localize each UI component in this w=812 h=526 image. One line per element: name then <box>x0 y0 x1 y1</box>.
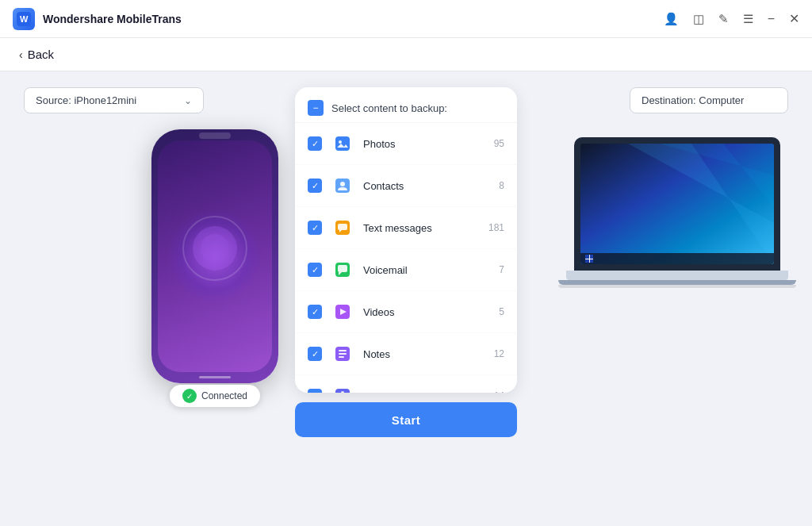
svg-rect-11 <box>338 224 347 230</box>
item-icon <box>330 215 355 240</box>
phone-screen-graphic <box>175 209 255 288</box>
svg-point-6 <box>339 140 342 144</box>
center-panel: − Select content to backup: ✓Photos95✓Co… <box>295 87 517 437</box>
item-label: Photos <box>363 138 486 150</box>
item-count: 181 <box>488 222 504 233</box>
svg-rect-5 <box>335 136 350 151</box>
item-icon <box>330 299 355 324</box>
item-label: Text messages <box>363 222 481 234</box>
item-checkbox[interactable]: ✓ <box>308 347 322 361</box>
content-card: − Select content to backup: ✓Photos95✓Co… <box>295 87 517 393</box>
phone-screen <box>158 140 272 372</box>
item-icon <box>330 341 355 367</box>
main-content: Source: iPhone12mini ⌄ ✓ Co <box>0 71 812 521</box>
back-chevron-icon: ‹ <box>19 48 23 61</box>
destination-label: Destination: Computer <box>630 87 788 113</box>
list-item[interactable]: ✓Videos5 <box>295 291 517 333</box>
svg-point-9 <box>340 182 345 186</box>
item-count: 14 <box>494 390 504 393</box>
connected-badge: ✓ Connected <box>170 385 260 407</box>
svg-rect-21 <box>339 356 344 358</box>
close-icon[interactable]: ✕ <box>789 11 799 26</box>
laptop-shadow <box>558 285 796 288</box>
item-label: Contacts <box>363 180 491 192</box>
app-title: Wondershare MobileTrans <box>43 13 182 25</box>
phone-home-indicator <box>199 376 231 378</box>
start-button[interactable]: Start <box>295 402 517 437</box>
laptop-wallpaper <box>580 144 774 264</box>
item-icon <box>330 257 355 282</box>
list-item[interactable]: ✓Text messages181 <box>295 207 517 249</box>
item-checkbox[interactable]: ✓ <box>308 179 322 193</box>
item-checkbox[interactable]: ✓ <box>308 305 322 319</box>
item-label: Voice Memos <box>363 390 486 394</box>
source-dropdown-label: Source: iPhone12mini <box>36 94 136 106</box>
menu-icon[interactable]: ☰ <box>743 12 753 26</box>
item-label: Notes <box>363 348 486 360</box>
laptop-illustration <box>574 137 780 288</box>
titlebar: W Wondershare MobileTrans 👤 ◫ ✎ ☰ − ✕ <box>0 0 812 38</box>
laptop-base <box>566 271 788 280</box>
content-card-header: − Select content to backup: <box>295 87 517 123</box>
app-logo: W <box>13 8 35 30</box>
item-checkbox[interactable]: ✓ <box>308 136 322 151</box>
list-item[interactable]: ✓Contacts8 <box>295 165 517 207</box>
item-icon <box>330 383 355 393</box>
select-all-checkbox[interactable]: − <box>308 100 324 116</box>
item-icon <box>330 173 355 198</box>
item-count: 5 <box>499 306 504 317</box>
svg-rect-19 <box>339 350 347 351</box>
svg-rect-14 <box>338 265 347 272</box>
item-count: 12 <box>494 348 504 359</box>
source-dropdown-chevron-icon: ⌄ <box>184 95 192 106</box>
list-item[interactable]: ✓Photos95 <box>295 123 517 165</box>
minimize-icon[interactable]: − <box>768 12 775 26</box>
phone-illustration: ✓ Connected <box>144 129 286 399</box>
connected-label: Connected <box>201 390 247 401</box>
taskbar-start-icon <box>585 255 593 263</box>
list-item[interactable]: ✓Voice Memos14 <box>295 375 517 393</box>
phone-body <box>151 129 278 383</box>
svg-text:W: W <box>20 14 29 24</box>
laptop-screen-inner <box>580 144 774 264</box>
laptop-body <box>574 137 780 288</box>
item-checkbox[interactable]: ✓ <box>308 263 322 277</box>
back-bar: ‹ Back <box>0 38 812 71</box>
chat-icon[interactable]: ◫ <box>693 12 704 26</box>
source-dropdown[interactable]: Source: iPhone12mini ⌄ <box>24 87 204 113</box>
edit-icon[interactable]: ✎ <box>718 12 729 26</box>
item-count: 8 <box>499 180 504 191</box>
item-label: Voicemail <box>363 264 491 276</box>
item-checkbox[interactable]: ✓ <box>308 389 322 393</box>
back-label: Back <box>28 48 54 61</box>
item-label: Videos <box>363 306 491 318</box>
phone-notch <box>199 132 231 139</box>
item-count: 7 <box>499 264 504 275</box>
item-icon <box>330 131 355 156</box>
svg-point-4 <box>201 234 229 263</box>
connected-checkmark-icon: ✓ <box>182 389 197 403</box>
laptop-screen-outer <box>574 137 780 271</box>
item-checkbox[interactable]: ✓ <box>308 221 322 235</box>
list-item[interactable]: ✓Notes12 <box>295 333 517 375</box>
list-item[interactable]: ✓Voicemail7 <box>295 249 517 291</box>
svg-rect-20 <box>339 353 347 355</box>
laptop-taskbar <box>580 253 774 264</box>
window-controls: 👤 ◫ ✎ ☰ − ✕ <box>664 11 799 26</box>
user-icon[interactable]: 👤 <box>664 12 679 26</box>
item-count: 95 <box>494 138 504 149</box>
back-button[interactable]: ‹ Back <box>19 48 793 61</box>
content-list[interactable]: ✓Photos95✓Contacts8✓Text messages181✓Voi… <box>295 123 517 393</box>
select-all-label: Select content to backup: <box>331 102 447 114</box>
